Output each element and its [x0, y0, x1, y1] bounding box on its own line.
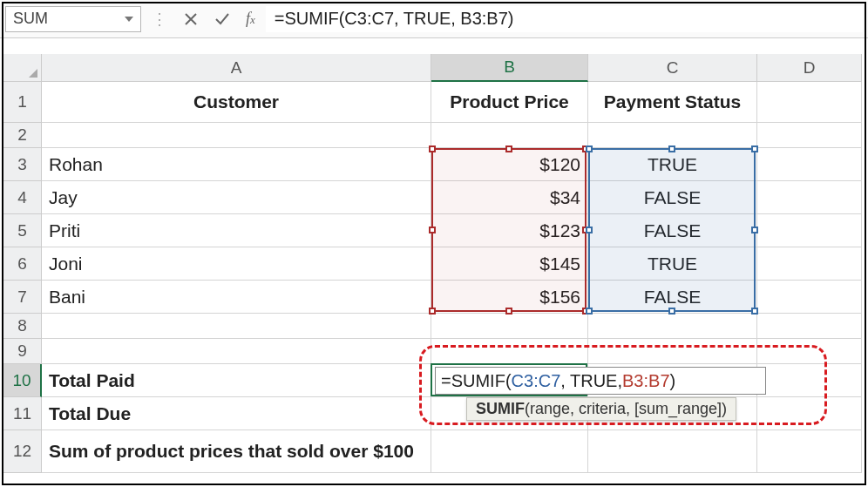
cell-customer[interactable]: Priti	[42, 214, 431, 247]
column-headers: A B C D	[42, 54, 865, 82]
table-row	[42, 339, 865, 364]
table-row: Jay $34 FALSE	[42, 181, 865, 214]
row-header-8[interactable]: 8	[3, 314, 42, 339]
formula-token-range1: C3:C7	[512, 371, 561, 391]
table-row: Priti $123 FALSE	[42, 214, 865, 247]
cell-status[interactable]: FALSE	[588, 181, 757, 214]
row-header-4[interactable]: 4	[3, 181, 42, 214]
cell-empty[interactable]	[431, 123, 588, 148]
header-status[interactable]: Payment Status	[588, 82, 757, 123]
label-total-due[interactable]: Total Due	[42, 397, 431, 430]
cell-empty[interactable]	[757, 181, 862, 214]
cell-status[interactable]: FALSE	[588, 214, 757, 247]
cell-empty[interactable]	[757, 214, 862, 247]
cell-customer[interactable]: Jay	[42, 181, 431, 214]
function-tooltip: SUMIF(range, criteria, [sum_range])	[466, 397, 736, 421]
column-header-d[interactable]: D	[757, 54, 862, 82]
header-customer[interactable]: Customer	[42, 82, 431, 123]
cell-empty[interactable]	[42, 314, 431, 339]
spreadsheet-grid: A B C D 123456789101112 Customer Product…	[3, 40, 865, 484]
row-headers: 123456789101112	[3, 82, 42, 473]
row-header-6[interactable]: 6	[3, 247, 42, 281]
cell-empty[interactable]	[757, 314, 862, 339]
cell-empty[interactable]	[588, 123, 757, 148]
cell-price[interactable]: $156	[431, 281, 588, 314]
table-row: Sum of product prices that sold over $10…	[42, 430, 865, 473]
table-row: Rohan $120 TRUE	[42, 148, 865, 181]
cell-price[interactable]: $145	[431, 247, 588, 281]
label-sum-over-100[interactable]: Sum of product prices that sold over $10…	[42, 430, 431, 473]
cell-empty[interactable]	[757, 82, 862, 123]
cell-empty[interactable]	[757, 397, 862, 430]
row-header-3[interactable]: 3	[3, 148, 42, 181]
row-header-2[interactable]: 2	[3, 123, 42, 148]
table-row: Joni $145 TRUE	[42, 247, 865, 281]
table-row	[42, 314, 865, 339]
cell-empty[interactable]	[757, 281, 862, 314]
row-header-5[interactable]: 5	[3, 214, 42, 247]
row-header-1[interactable]: 1	[3, 82, 42, 123]
table-row: Customer Product Price Payment Status	[42, 82, 865, 123]
table-row	[42, 123, 865, 148]
formula-token-range2: B3:B7	[622, 371, 669, 391]
cell-empty[interactable]	[42, 123, 431, 148]
cell-empty[interactable]	[757, 430, 862, 473]
cell-status[interactable]: TRUE	[588, 247, 757, 281]
cell-empty[interactable]	[757, 123, 862, 148]
column-header-c[interactable]: C	[588, 54, 757, 82]
cell-empty[interactable]	[757, 247, 862, 281]
formula-token-mid: , TRUE,	[560, 371, 622, 391]
cell-price[interactable]: $123	[431, 214, 588, 247]
cell-editor[interactable]: =SUMIF(C3:C7, TRUE, B3:B7)	[435, 367, 766, 395]
cell-empty[interactable]	[757, 364, 862, 397]
cell-empty[interactable]	[588, 430, 757, 473]
header-price[interactable]: Product Price	[431, 82, 588, 123]
tooltip-fn-name: SUMIF	[476, 400, 525, 417]
cell-price[interactable]: $120	[431, 148, 588, 181]
cell-empty[interactable]	[757, 148, 862, 181]
cells-area[interactable]: Customer Product Price Payment Status Ro…	[42, 82, 865, 484]
select-all-button[interactable]	[3, 54, 42, 82]
column-header-b[interactable]: B	[431, 54, 588, 82]
row-header-12[interactable]: 12	[3, 430, 42, 473]
label-total-paid[interactable]: Total Paid	[42, 364, 431, 397]
cell-empty[interactable]	[431, 314, 588, 339]
cell-empty[interactable]	[431, 339, 588, 364]
table-row: Bani $156 FALSE	[42, 281, 865, 314]
tooltip-fn-sig: (range, criteria, [sum_range])	[525, 400, 727, 417]
cell-status[interactable]: FALSE	[588, 281, 757, 314]
cell-empty[interactable]	[757, 339, 862, 364]
cell-customer[interactable]: Rohan	[42, 148, 431, 181]
cell-empty[interactable]	[42, 339, 431, 364]
formula-token-fn: =SUMIF(	[441, 371, 512, 391]
cell-empty[interactable]	[431, 430, 588, 473]
cell-status[interactable]: TRUE	[588, 148, 757, 181]
cell-customer[interactable]: Bani	[42, 281, 431, 314]
table-row: Total Due	[42, 397, 865, 430]
row-header-9[interactable]: 9	[3, 339, 42, 364]
row-header-7[interactable]: 7	[3, 281, 42, 314]
row-header-11[interactable]: 11	[3, 397, 42, 430]
cell-price[interactable]: $34	[431, 181, 588, 214]
cell-customer[interactable]: Joni	[42, 247, 431, 281]
column-header-a[interactable]: A	[42, 54, 431, 82]
row-header-10[interactable]: 10	[3, 364, 42, 397]
cell-empty[interactable]	[588, 314, 757, 339]
cell-empty[interactable]	[588, 339, 757, 364]
formula-token-suffix: )	[670, 371, 676, 391]
